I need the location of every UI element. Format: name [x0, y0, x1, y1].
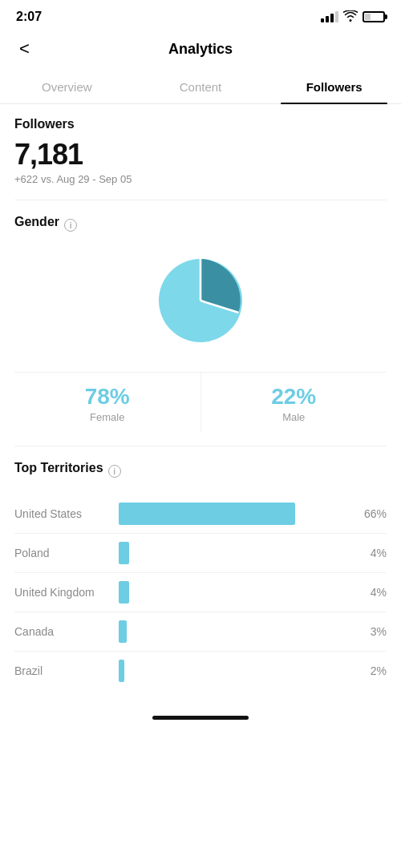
male-stat: 22% Male — [201, 373, 387, 431]
territory-bar — [119, 581, 129, 604]
territory-bar-wrap — [119, 660, 348, 682]
female-label: Female — [14, 411, 200, 423]
territory-bar-wrap — [119, 503, 348, 525]
territory-pct: 3% — [356, 625, 387, 638]
territory-row: Brazil 2% — [14, 652, 387, 690]
tab-followers[interactable]: Followers — [267, 72, 401, 103]
female-stat: 78% Female — [14, 373, 201, 431]
followers-section-title: Followers — [14, 117, 387, 131]
tab-overview[interactable]: Overview — [0, 72, 134, 103]
gender-pie-chart — [148, 248, 253, 353]
followers-change: +622 vs. Aug 29 - Sep 05 — [14, 173, 387, 185]
territory-row: Poland 4% — [14, 534, 387, 572]
territory-bar-wrap — [119, 620, 348, 643]
divider-2 — [14, 446, 387, 446]
gender-section: Gender i 78% Female — [14, 215, 387, 431]
followers-count: 7,181 — [14, 138, 387, 172]
territory-bar — [119, 542, 129, 564]
territory-name: Brazil — [14, 664, 111, 677]
wifi-icon — [343, 10, 358, 24]
territory-bar — [119, 660, 124, 682]
page-title: Analytics — [168, 41, 233, 58]
gender-stats: 78% Female 22% Male — [14, 372, 387, 431]
pie-chart-container — [14, 248, 387, 353]
territory-row: Canada 3% — [14, 612, 387, 651]
territory-row: United States 66% — [14, 495, 387, 533]
territories-label-row: Top Territories i — [14, 461, 387, 482]
territory-bar-wrap — [119, 542, 348, 564]
main-content: Followers 7,181 +622 vs. Aug 29 - Sep 05… — [0, 104, 401, 703]
status-time: 2:07 — [16, 10, 42, 24]
female-pct: 78% — [14, 384, 200, 410]
signal-icon — [321, 11, 338, 22]
territory-bar-wrap — [119, 581, 348, 604]
home-bar — [152, 716, 249, 720]
territories-section-title: Top Territories — [14, 461, 103, 475]
territory-row: United Kingdom 4% — [14, 573, 387, 612]
male-pct: 22% — [201, 384, 387, 410]
back-button[interactable]: < — [13, 35, 36, 63]
gender-info-icon[interactable]: i — [64, 219, 77, 232]
territory-pct: 4% — [356, 547, 387, 559]
territory-pct: 2% — [356, 664, 387, 677]
territory-pct: 66% — [356, 507, 387, 520]
tab-content[interactable]: Content — [134, 72, 268, 103]
gender-label-row: Gender i — [14, 215, 387, 236]
territories-section: Top Territories i United States 66% Pola… — [14, 461, 387, 690]
territory-name: Poland — [14, 547, 111, 559]
battery-icon — [363, 11, 385, 22]
divider-1 — [14, 200, 387, 200]
territory-name: United States — [14, 507, 111, 520]
nav-header: < Analytics — [0, 29, 401, 72]
territory-bar — [119, 620, 127, 643]
home-indicator — [0, 703, 401, 726]
gender-section-title: Gender — [14, 215, 59, 229]
territory-bar — [119, 503, 295, 525]
territories-info-icon[interactable]: i — [108, 465, 121, 478]
territory-pct: 4% — [356, 586, 387, 599]
status-bar: 2:07 — [0, 0, 401, 29]
tab-bar: Overview Content Followers — [0, 72, 401, 104]
territory-name: United Kingdom — [14, 586, 111, 599]
status-icons — [321, 10, 385, 24]
territory-list: United States 66% Poland 4% United Kingd… — [14, 495, 387, 690]
male-label: Male — [201, 411, 387, 423]
territory-name: Canada — [14, 625, 111, 638]
